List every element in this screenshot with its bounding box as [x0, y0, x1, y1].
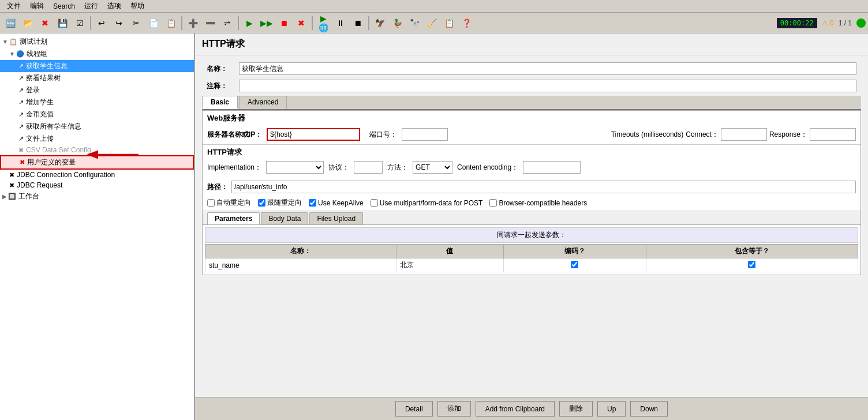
browse1-button[interactable]: 🦅 — [372, 15, 388, 31]
paste-button[interactable]: 📋 — [163, 15, 179, 31]
path-input[interactable] — [231, 181, 856, 193]
main-layout: ▼ 📋 测试计划 ▼ 🔵 线程组 ↗ 获取学生信息 ↗ 察看结果树 ↗ 登录 ↗… — [0, 33, 868, 420]
comment-input[interactable] — [239, 80, 856, 92]
close-button[interactable]: ✖ — [37, 15, 53, 31]
clear-button[interactable]: 🧹 — [424, 15, 440, 31]
impl-select[interactable] — [266, 161, 324, 174]
auto-redirect-label[interactable]: 自动重定向 — [207, 198, 251, 208]
tree-item-get-students[interactable]: ↗ 获取学生信息 — [0, 60, 194, 72]
tree-item-thread-group[interactable]: ▼ 🔵 线程组 — [0, 48, 194, 60]
tree-item-topup[interactable]: ↗ 金币充值 — [0, 108, 194, 121]
inner-tab-files-upload[interactable]: Files Upload — [309, 212, 363, 224]
tree-label: 登录 — [26, 85, 40, 95]
add-from-clipboard-button[interactable]: Add from Clipboard — [476, 401, 555, 417]
toolbar-right: 00:00:22 ⚠ 0 1 / 1 — [777, 18, 866, 28]
include-eq-checkbox[interactable] — [748, 261, 755, 268]
browse2-button[interactable]: 🦆 — [389, 15, 405, 31]
impl-label: Implementation： — [207, 163, 261, 172]
tree-item-view-results[interactable]: ↗ 察看结果树 — [0, 72, 194, 84]
up-button[interactable]: Up — [597, 401, 626, 417]
response-input[interactable] — [810, 128, 856, 141]
save-button[interactable]: 💾 — [54, 15, 70, 31]
tree-item-csv-config[interactable]: ✖ CSV Data Set Config — [0, 145, 194, 155]
encoding-label: Content encoding： — [457, 163, 518, 172]
jdbc-req-icon: ✖ — [9, 182, 14, 189]
remote-start-button[interactable]: ▶🌐 — [315, 15, 331, 31]
remote-stop-all-button[interactable]: ⏹ — [350, 15, 366, 31]
tree-item-test-plan[interactable]: ▼ 📋 测试计划 — [0, 36, 194, 48]
tree-item-login[interactable]: ↗ 登录 — [0, 84, 194, 96]
keepalive-label[interactable]: Use KeepAlive — [309, 199, 364, 207]
detail-button[interactable]: Detail — [395, 401, 433, 417]
stop-button[interactable]: ⏹ — [276, 15, 292, 31]
cut-button[interactable]: ✂ — [128, 15, 144, 31]
view-icon: ↗ — [18, 74, 24, 82]
menu-run[interactable]: 运行 — [80, 0, 103, 12]
list-button[interactable]: 📋 — [441, 15, 457, 31]
auto-redirect-checkbox[interactable] — [207, 199, 215, 207]
method-select[interactable]: GET POST PUT DELETE — [413, 161, 452, 174]
menu-file[interactable]: 文件 — [2, 0, 25, 12]
menu-search[interactable]: Search — [48, 1, 80, 12]
redo-button[interactable]: ↪ — [111, 15, 127, 31]
follow-redirect-checkbox[interactable] — [258, 199, 265, 207]
browser-compat-label[interactable]: Browser-compatible headers — [489, 199, 587, 207]
play-all-button[interactable]: ▶▶ — [259, 15, 275, 31]
server-name-label: 服务器名称或IP： — [207, 130, 262, 140]
collapse-button[interactable]: ➖ — [202, 15, 218, 31]
expand-icon[interactable]: ▼ — [2, 39, 8, 45]
tab-content: Web服务器 服务器名称或IP： 端口号： Timeouts (millisec… — [202, 110, 861, 275]
path-label: 路径： — [207, 182, 228, 192]
verify-button[interactable]: ☑ — [72, 15, 88, 31]
encode-checkbox[interactable] — [571, 261, 578, 268]
browser-compat-checkbox[interactable] — [489, 199, 497, 207]
tree-item-get-all-students[interactable]: ↗ 获取所有学生信息 — [0, 121, 194, 133]
tree-item-jdbc-req[interactable]: ✖ JDBC Request — [0, 180, 194, 190]
remote-stop-button[interactable]: ⏸ — [332, 15, 349, 31]
expand-icon[interactable]: ▶ — [2, 193, 7, 200]
multipart-text: Use multipart/form-data for POST — [380, 199, 483, 207]
play-button[interactable]: ▶ — [241, 15, 257, 31]
toggle-button[interactable]: ⇌ — [219, 15, 235, 31]
menu-help[interactable]: 帮助 — [126, 0, 149, 12]
keepalive-checkbox[interactable] — [309, 199, 316, 207]
copy-button[interactable]: 📄 — [145, 15, 162, 31]
col-value: 值 — [396, 245, 503, 258]
page-count: 1 / 1 — [839, 19, 852, 27]
multipart-label[interactable]: Use multipart/form-data for POST — [371, 199, 483, 207]
menu-options[interactable]: 选项 — [103, 0, 126, 12]
name-input[interactable] — [239, 62, 856, 75]
search2-button[interactable]: 🔭 — [406, 15, 422, 31]
protocol-input[interactable] — [354, 161, 383, 174]
inner-tab-body-data[interactable]: Body Data — [261, 212, 308, 224]
connect-input[interactable] — [721, 128, 767, 141]
help2-button[interactable]: ❓ — [458, 15, 474, 31]
open-button[interactable]: 📂 — [20, 15, 36, 31]
tree-item-user-vars[interactable]: ✖ 用户定义的变量 — [0, 155, 194, 170]
multipart-checkbox[interactable] — [371, 199, 378, 207]
panel-title: HTTP请求 — [195, 33, 868, 55]
tab-advanced[interactable]: Advanced — [239, 96, 287, 109]
tree-item-add-student[interactable]: ↗ 增加学生 — [0, 96, 194, 108]
add-button[interactable]: 添加 — [437, 401, 471, 417]
tab-basic[interactable]: Basic — [202, 96, 238, 109]
tree-item-file-upload[interactable]: ↗ 文件上传 — [0, 133, 194, 145]
col-encode: 编码？ — [503, 245, 646, 258]
undo-button[interactable]: ↩ — [93, 15, 110, 31]
new-button[interactable]: 🆕 — [2, 15, 18, 31]
port-input[interactable] — [402, 128, 448, 141]
delete-button[interactable]: 删除 — [559, 401, 593, 417]
down-button[interactable]: Down — [630, 401, 668, 417]
encoding-input[interactable] — [523, 161, 581, 174]
server-input[interactable] — [267, 128, 360, 141]
menu-edit[interactable]: 编辑 — [25, 0, 48, 12]
expand-button[interactable]: ➕ — [185, 15, 201, 31]
follow-redirect-label[interactable]: 跟随重定向 — [258, 198, 302, 208]
tree-item-jdbc-conn[interactable]: ✖ JDBC Connection Configuration — [0, 170, 194, 180]
table-row: stu_name 北京 — [205, 258, 858, 272]
expand-icon[interactable]: ▼ — [9, 51, 15, 57]
bottom-bar: Detail 添加 Add from Clipboard 删除 Up Down — [195, 397, 868, 420]
stop-all-button[interactable]: ✖ — [293, 15, 309, 31]
inner-tab-parameters[interactable]: Parameters — [207, 212, 260, 224]
tree-item-workbench[interactable]: ▶ 🔲 工作台 — [0, 190, 194, 202]
